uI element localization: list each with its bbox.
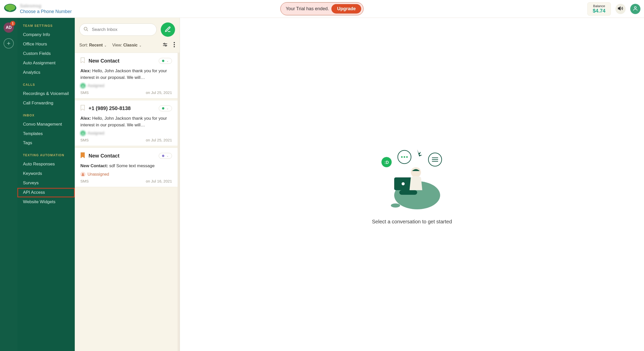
conversation-title: New Contact (89, 153, 155, 159)
sidebar-item[interactable]: Templates (17, 129, 75, 139)
status-pill[interactable]: ⌄ (159, 153, 172, 159)
compose-button[interactable] (161, 22, 175, 37)
view-control[interactable]: View: Classic ⌄ (112, 43, 142, 47)
balance-value: $4.74 (593, 8, 605, 14)
conversation-date: on Jul 25, 2021 (146, 90, 172, 95)
assignee-row: Unassigned (80, 172, 172, 177)
empty-illustration: :D (379, 144, 445, 212)
conversation-detail: :D Select a conversation to get started (180, 18, 644, 351)
workspace-rail: AD 1 + (0, 18, 17, 351)
sound-button[interactable] (615, 4, 626, 14)
search-icon (83, 27, 89, 33)
sidebar-item[interactable]: Surveys (17, 178, 75, 188)
chevron-down-icon: ⌄ (103, 44, 107, 47)
bookmark-icon[interactable] (80, 105, 85, 112)
sound-icon (618, 6, 623, 12)
assignee-row: Assigned (80, 131, 172, 136)
bookmark-icon[interactable] (80, 57, 85, 64)
search-input[interactable] (79, 23, 157, 36)
svg-point-8 (174, 42, 175, 43)
trial-banner: Your Trial has ended. Upgrade (280, 2, 364, 15)
sidebar-section-header: TEXTING AUTOMATION (17, 152, 75, 160)
svg-point-13 (82, 173, 84, 174)
sidebar-item[interactable]: Convo Management (17, 120, 75, 129)
svg-point-26 (402, 182, 405, 185)
person-icon (80, 131, 85, 136)
brand-name: Salesmsg (20, 3, 72, 9)
brand: Salesmsg Choose a Phone Number (4, 3, 72, 15)
svg-point-9 (174, 44, 175, 45)
sidebar-item[interactable]: Analytics (17, 68, 75, 77)
logo-icon (4, 3, 17, 15)
choose-phone-link[interactable]: Choose a Phone Number (20, 9, 72, 15)
sort-control[interactable]: Sort: Recent ⌄ (79, 43, 107, 47)
bookmark-icon[interactable] (80, 152, 85, 159)
plus-icon: + (7, 40, 10, 47)
chevron-down-icon: ⌄ (166, 154, 169, 158)
conversation-date: on Jul 25, 2021 (146, 138, 172, 142)
svg-text::D: :D (384, 160, 389, 165)
balance-label: Balance (593, 4, 605, 8)
sidebar-item[interactable]: Auto Assignment (17, 58, 75, 68)
svg-point-12 (82, 132, 84, 134)
status-pill[interactable]: ⌄ (159, 58, 172, 64)
upgrade-button[interactable]: Upgrade (331, 4, 361, 14)
svg-point-27 (411, 167, 421, 177)
sidebar-item[interactable]: Recordings & Voicemail (17, 89, 75, 99)
add-workspace-button[interactable]: + (4, 38, 14, 49)
person-icon (633, 6, 638, 12)
svg-point-17 (401, 156, 403, 158)
sidebar-item[interactable]: Tags (17, 138, 75, 148)
empty-message: Select a conversation to get started (372, 219, 452, 225)
chevron-down-icon: ⌄ (166, 107, 169, 110)
trial-text: Your Trial has ended. (286, 6, 329, 11)
filter-icon[interactable] (162, 42, 168, 49)
profile-button[interactable] (630, 4, 640, 14)
svg-point-19 (406, 156, 408, 158)
conversation-list: New Contact⌄Alex: Hello, John Jackson th… (75, 53, 180, 351)
assignee-name: Assigned (88, 131, 104, 136)
balance-box[interactable]: Balance $4.74 (587, 2, 611, 16)
sidebar-item[interactable]: Auto Responses (17, 160, 75, 169)
conversation-date: on Jul 16, 2021 (146, 179, 172, 183)
status-dot-icon (162, 107, 164, 110)
sidebar-section-header: INBOX (17, 113, 75, 120)
sidebar-item[interactable]: Custom Fields (17, 49, 75, 58)
chevron-down-icon: ⌄ (138, 44, 141, 47)
person-icon (80, 172, 85, 177)
sidebar-section-header: CALLS (17, 82, 75, 89)
svg-point-1 (5, 4, 15, 10)
more-icon[interactable] (174, 42, 175, 49)
assignee-name: Unassigned (88, 172, 109, 177)
status-dot-icon (162, 155, 164, 157)
status-dot-icon (162, 60, 164, 62)
chevron-down-icon: ⌄ (166, 59, 169, 63)
svg-point-5 (164, 43, 165, 44)
conversation-item[interactable]: +1 (989) 250-8138⌄Alex: Hello, John Jack… (75, 100, 178, 146)
sidebar-item[interactable]: Keywords (17, 169, 75, 178)
svg-point-11 (82, 85, 84, 86)
sidebar-item[interactable]: API Access (17, 188, 75, 197)
sidebar-item[interactable]: Company Info (17, 30, 75, 40)
conversation-item[interactable]: New Contact⌄New Contact: sdf Some text m… (75, 148, 178, 187)
assignee-row: Assigned (80, 83, 172, 88)
svg-point-18 (404, 156, 405, 158)
sidebar-item[interactable]: Call Forwarding (17, 99, 75, 108)
inbox-column: Sort: Recent ⌄ View: Classic ⌄ New (75, 18, 180, 351)
conversation-title: New Contact (89, 58, 155, 64)
svg-point-7 (165, 45, 166, 46)
channel-label: SMS (80, 179, 89, 183)
conversation-item[interactable]: New Contact⌄Alex: Hello, John Jackson th… (75, 53, 178, 99)
workspace-avatar[interactable]: AD 1 (4, 22, 14, 33)
assignee-name: Assigned (88, 83, 104, 88)
topbar: Salesmsg Choose a Phone Number Your Tria… (0, 0, 644, 18)
conversation-title: +1 (989) 250-8138 (89, 105, 155, 111)
sidebar-item[interactable]: Website Widgets (17, 197, 75, 207)
conversation-preview: New Contact: sdf Some text message (80, 163, 172, 169)
sidebar-section-header: TEAM SETTINGS (17, 23, 75, 30)
svg-point-3 (84, 27, 87, 30)
svg-point-29 (391, 203, 400, 208)
sidebar-item[interactable]: Office Hours (17, 40, 75, 49)
svg-point-10 (174, 46, 175, 47)
status-pill[interactable]: ⌄ (159, 105, 172, 111)
